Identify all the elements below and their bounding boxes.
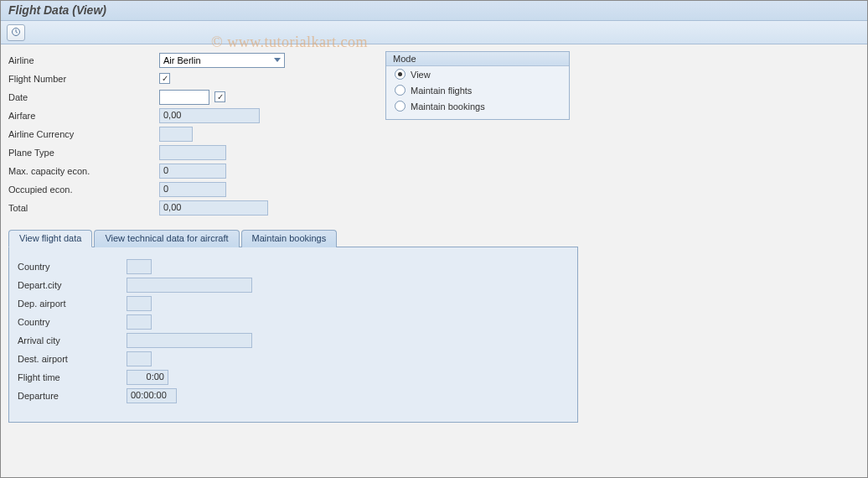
depart-city-field [127,278,252,293]
flight-number-label: Flight Number [8,74,159,84]
mode-option-maintain-flights[interactable]: Maintain flights [386,82,569,98]
radio-icon [395,69,406,80]
mode-option-maintain-bookings[interactable]: Maintain bookings [386,98,569,114]
airfare-field: 0,00 [159,108,260,123]
date-checkbox[interactable]: ✓ [214,91,225,102]
total-field: 0,00 [159,200,268,216]
depart-city-label: Depart.city [18,280,127,290]
execute-button[interactable] [7,24,25,41]
country2-field [127,314,152,330]
plane-type-field [159,145,226,160]
content-area: Airline Air Berlin Flight Number ✓ Date … [0,44,868,429]
airline-currency-label: Airline Currency [8,129,159,139]
mode-maintain-bookings-label: Maintain bookings [411,101,485,112]
chevron-down-icon [274,58,281,62]
mode-view-label: View [411,70,431,80]
date-label: Date [8,92,159,102]
dep-airport-field [127,296,152,311]
dep-airport-label: Dep. airport [18,299,127,309]
tabstrip: View flight data View technical data for… [8,229,578,423]
total-label: Total [8,203,159,213]
departure-label: Departure [18,391,127,401]
airline-currency-field [159,127,193,142]
clock-icon [11,27,21,39]
flight-time-label: Flight time [18,372,127,382]
page-title: Flight Data (View) [8,3,106,17]
tab-body: Country Depart.city Dep. airport Country… [8,247,578,423]
mode-title: Mode [386,52,569,66]
flight-time-field: 0:00 [127,370,168,385]
radio-icon [395,101,406,112]
mode-option-view[interactable]: View [386,66,569,82]
title-bar: Flight Data (View) [0,0,868,21]
check-icon: ✓ [217,93,224,101]
departure-field: 00:00:00 [127,388,177,403]
app-toolbar [0,21,868,44]
airline-label: Airline [8,55,159,65]
airfare-label: Airfare [8,111,159,121]
arrival-city-label: Arrival city [18,335,127,346]
mode-group: Mode View Maintain flights Maintain book… [385,51,570,120]
dest-airport-label: Dest. airport [18,354,127,364]
occupied-field: 0 [159,182,226,197]
tab-view-flight-data[interactable]: View flight data [8,230,92,247]
dest-airport-field [127,351,152,366]
flight-number-checkbox[interactable]: ✓ [159,73,170,84]
occupied-label: Occupied econ. [8,184,159,195]
country1-field [127,259,152,274]
radio-icon [395,85,406,96]
max-capacity-label: Max. capacity econ. [8,166,159,176]
mode-maintain-flights-label: Maintain flights [411,86,472,96]
check-icon: ✓ [162,75,168,83]
plane-type-label: Plane Type [8,148,159,158]
tab-view-technical-data[interactable]: View technical data for aircraft [94,230,239,247]
max-capacity-field: 0 [159,164,226,179]
tab-maintain-bookings[interactable]: Maintain bookings [241,230,338,247]
airline-value: Air Berlin [163,55,201,65]
country1-label: Country [18,262,127,272]
airline-dropdown[interactable]: Air Berlin [159,53,285,68]
arrival-city-field [127,333,252,348]
country2-label: Country [18,317,127,327]
date-input[interactable] [159,90,209,105]
